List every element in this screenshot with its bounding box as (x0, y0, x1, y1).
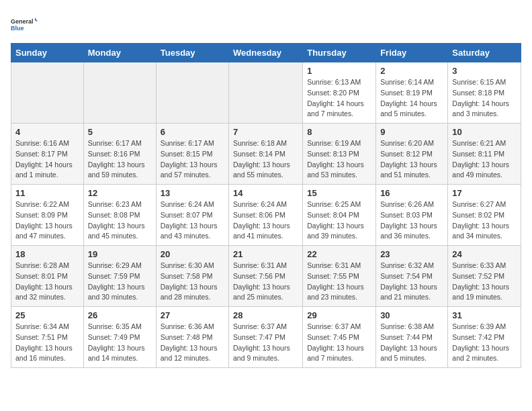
calendar-cell: 1Sunrise: 6:13 AMSunset: 8:20 PMDaylight… (303, 62, 376, 124)
header-tuesday: Tuesday (156, 44, 228, 62)
day-number: 10 (452, 127, 517, 137)
day-info: Sunrise: 6:21 AMSunset: 8:11 PMDaylight:… (452, 138, 517, 181)
day-number: 30 (380, 310, 443, 320)
day-number: 12 (88, 188, 152, 198)
calendar-cell: 30Sunrise: 6:38 AMSunset: 7:44 PMDayligh… (376, 307, 448, 368)
calendar-cell: 28Sunrise: 6:37 AMSunset: 7:47 PMDayligh… (229, 307, 303, 368)
week-row-2: 4Sunrise: 6:16 AMSunset: 8:17 PMDaylight… (11, 124, 521, 185)
day-info: Sunrise: 6:33 AMSunset: 7:52 PMDaylight:… (452, 261, 517, 303)
day-number: 17 (452, 188, 517, 198)
day-number: 11 (15, 188, 79, 198)
calendar-cell: 10Sunrise: 6:21 AMSunset: 8:11 PMDayligh… (448, 124, 521, 185)
calendar-cell: 26Sunrise: 6:35 AMSunset: 7:49 PMDayligh… (83, 307, 156, 368)
calendar-cell: 27Sunrise: 6:36 AMSunset: 7:48 PMDayligh… (156, 307, 228, 368)
day-number: 15 (307, 188, 371, 198)
day-number: 7 (233, 127, 298, 137)
week-row-5: 25Sunrise: 6:34 AMSunset: 7:51 PMDayligh… (11, 307, 521, 368)
header-wednesday: Wednesday (229, 44, 303, 62)
day-info: Sunrise: 6:14 AMSunset: 8:19 PMDaylight:… (380, 77, 443, 120)
day-info: Sunrise: 6:39 AMSunset: 7:42 PMDaylight:… (452, 322, 517, 364)
day-number: 13 (161, 188, 224, 198)
day-info: Sunrise: 6:31 AMSunset: 7:55 PMDaylight:… (307, 261, 371, 303)
day-info: Sunrise: 6:15 AMSunset: 8:18 PMDaylight:… (452, 77, 517, 120)
logo: General Blue (11, 11, 38, 38)
calendar-cell: 24Sunrise: 6:33 AMSunset: 7:52 PMDayligh… (448, 246, 521, 307)
calendar-cell: 23Sunrise: 6:32 AMSunset: 7:54 PMDayligh… (376, 246, 448, 307)
day-info: Sunrise: 6:28 AMSunset: 8:01 PMDaylight:… (15, 261, 79, 303)
day-info: Sunrise: 6:37 AMSunset: 7:45 PMDaylight:… (307, 322, 371, 364)
header-friday: Friday (376, 44, 448, 62)
day-info: Sunrise: 6:27 AMSunset: 8:02 PMDaylight:… (452, 199, 517, 242)
day-number: 20 (161, 249, 224, 259)
calendar-cell: 16Sunrise: 6:26 AMSunset: 8:03 PMDayligh… (376, 185, 448, 246)
calendar-cell: 8Sunrise: 6:19 AMSunset: 8:13 PMDaylight… (303, 124, 376, 185)
calendar-cell: 31Sunrise: 6:39 AMSunset: 7:42 PMDayligh… (448, 307, 521, 368)
calendar-cell: 20Sunrise: 6:30 AMSunset: 7:58 PMDayligh… (156, 246, 228, 307)
calendar-cell: 9Sunrise: 6:20 AMSunset: 8:12 PMDaylight… (376, 124, 448, 185)
calendar-cell: 25Sunrise: 6:34 AMSunset: 7:51 PMDayligh… (11, 307, 84, 368)
day-number: 31 (452, 310, 517, 320)
day-number: 6 (161, 127, 224, 137)
calendar-cell: 3Sunrise: 6:15 AMSunset: 8:18 PMDaylight… (448, 62, 521, 124)
header-saturday: Saturday (448, 44, 521, 62)
day-info: Sunrise: 6:30 AMSunset: 7:58 PMDaylight:… (161, 261, 224, 303)
day-number: 5 (88, 127, 152, 137)
day-info: Sunrise: 6:25 AMSunset: 8:04 PMDaylight:… (307, 199, 371, 242)
calendar-cell: 19Sunrise: 6:29 AMSunset: 7:59 PMDayligh… (83, 246, 156, 307)
day-info: Sunrise: 6:37 AMSunset: 7:47 PMDaylight:… (233, 322, 298, 364)
calendar-cell: 21Sunrise: 6:31 AMSunset: 7:56 PMDayligh… (229, 246, 303, 307)
logo-svg: General Blue (11, 11, 38, 38)
svg-text:General: General (11, 18, 34, 25)
day-info: Sunrise: 6:17 AMSunset: 8:16 PMDaylight:… (88, 138, 152, 181)
day-info: Sunrise: 6:18 AMSunset: 8:14 PMDaylight:… (233, 138, 298, 181)
calendar-cell: 11Sunrise: 6:22 AMSunset: 8:09 PMDayligh… (11, 185, 84, 246)
day-info: Sunrise: 6:24 AMSunset: 8:06 PMDaylight:… (233, 199, 298, 242)
day-number: 1 (307, 66, 371, 76)
calendar-cell: 29Sunrise: 6:37 AMSunset: 7:45 PMDayligh… (303, 307, 376, 368)
svg-text:Blue: Blue (11, 25, 24, 32)
day-info: Sunrise: 6:29 AMSunset: 7:59 PMDaylight:… (88, 261, 152, 303)
day-info: Sunrise: 6:17 AMSunset: 8:15 PMDaylight:… (161, 138, 224, 181)
calendar-header-row: SundayMondayTuesdayWednesdayThursdayFrid… (11, 44, 521, 62)
calendar-cell: 5Sunrise: 6:17 AMSunset: 8:16 PMDaylight… (83, 124, 156, 185)
day-number: 29 (307, 310, 371, 320)
day-number: 14 (233, 188, 298, 198)
header-sunday: Sunday (11, 44, 84, 62)
day-info: Sunrise: 6:24 AMSunset: 8:07 PMDaylight:… (161, 199, 224, 242)
day-info: Sunrise: 6:31 AMSunset: 7:56 PMDaylight:… (233, 261, 298, 303)
calendar-cell: 13Sunrise: 6:24 AMSunset: 8:07 PMDayligh… (156, 185, 228, 246)
calendar-cell: 15Sunrise: 6:25 AMSunset: 8:04 PMDayligh… (303, 185, 376, 246)
day-number: 9 (380, 127, 443, 137)
calendar-cell: 12Sunrise: 6:23 AMSunset: 8:08 PMDayligh… (83, 185, 156, 246)
calendar-cell: 22Sunrise: 6:31 AMSunset: 7:55 PMDayligh… (303, 246, 376, 307)
calendar-cell (83, 62, 156, 124)
day-number: 26 (88, 310, 152, 320)
calendar-cell: 6Sunrise: 6:17 AMSunset: 8:15 PMDaylight… (156, 124, 228, 185)
calendar-cell (156, 62, 228, 124)
day-number: 2 (380, 66, 443, 76)
week-row-1: 1Sunrise: 6:13 AMSunset: 8:20 PMDaylight… (11, 62, 521, 124)
calendar-cell: 4Sunrise: 6:16 AMSunset: 8:17 PMDaylight… (11, 124, 84, 185)
day-number: 27 (161, 310, 224, 320)
day-number: 19 (88, 249, 152, 259)
week-row-3: 11Sunrise: 6:22 AMSunset: 8:09 PMDayligh… (11, 185, 521, 246)
day-number: 23 (380, 249, 443, 259)
day-info: Sunrise: 6:26 AMSunset: 8:03 PMDaylight:… (380, 199, 443, 242)
week-row-4: 18Sunrise: 6:28 AMSunset: 8:01 PMDayligh… (11, 246, 521, 307)
day-info: Sunrise: 6:23 AMSunset: 8:08 PMDaylight:… (88, 199, 152, 242)
calendar-cell: 2Sunrise: 6:14 AMSunset: 8:19 PMDaylight… (376, 62, 448, 124)
day-info: Sunrise: 6:34 AMSunset: 7:51 PMDaylight:… (15, 322, 79, 364)
day-number: 28 (233, 310, 298, 320)
header-thursday: Thursday (303, 44, 376, 62)
calendar-cell: 14Sunrise: 6:24 AMSunset: 8:06 PMDayligh… (229, 185, 303, 246)
day-info: Sunrise: 6:16 AMSunset: 8:17 PMDaylight:… (15, 138, 79, 181)
day-number: 4 (15, 127, 79, 137)
day-info: Sunrise: 6:38 AMSunset: 7:44 PMDaylight:… (380, 322, 443, 364)
calendar-cell: 17Sunrise: 6:27 AMSunset: 8:02 PMDayligh… (448, 185, 521, 246)
calendar-cell: 7Sunrise: 6:18 AMSunset: 8:14 PMDaylight… (229, 124, 303, 185)
day-number: 24 (452, 249, 517, 259)
calendar-cell (11, 62, 84, 124)
day-number: 8 (307, 127, 371, 137)
calendar-table: SundayMondayTuesdayWednesdayThursdayFrid… (11, 43, 521, 368)
day-info: Sunrise: 6:35 AMSunset: 7:49 PMDaylight:… (88, 322, 152, 364)
